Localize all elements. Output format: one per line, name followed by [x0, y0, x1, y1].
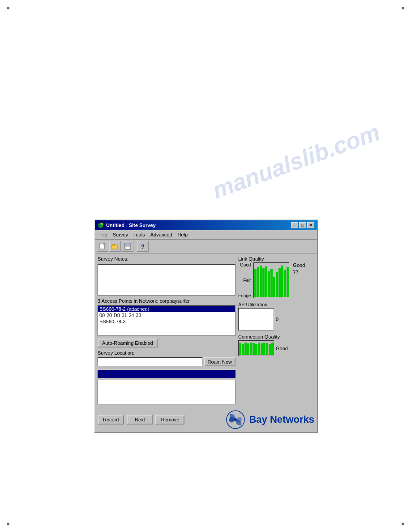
menu-survey[interactable]: Survey	[110, 231, 131, 238]
lq-good-label: Good	[238, 262, 251, 267]
lq-bar-segment	[278, 268, 281, 297]
menu-help[interactable]: Help	[175, 231, 191, 238]
cq-bar-segment	[263, 343, 265, 356]
cq-bar-segment	[261, 343, 263, 355]
lq-bar-segment	[273, 277, 275, 297]
lq-status: Good	[293, 262, 305, 268]
survey-location-input[interactable]	[98, 357, 202, 366]
bay-networks-icon	[226, 410, 245, 429]
title-controls: _ □ ✕	[291, 222, 314, 228]
cq-bar-segment	[239, 343, 241, 355]
next-button[interactable]: Next	[127, 415, 153, 425]
svg-point-3	[101, 223, 103, 225]
auto-roaming-button[interactable]: Auto-Roaming Enabled	[98, 339, 158, 348]
horizontal-rule-bottom	[18, 487, 393, 487]
ap-util-value: 0	[276, 317, 278, 322]
toolbar-separator	[134, 241, 136, 252]
help-button[interactable]: ?	[137, 241, 149, 252]
minimize-button[interactable]: _	[291, 222, 298, 228]
cq-bar-segment	[247, 343, 249, 355]
window-title: Untitled - Site Survey	[106, 223, 156, 228]
lq-bar-segment	[270, 269, 273, 297]
ap-list-item-2[interactable]: BS660-78-3	[98, 318, 235, 325]
lq-scale-labels: Good Fair Fringe	[238, 262, 252, 298]
ap-list-item-1[interactable]: 00-20-D8-01-24-33	[98, 312, 235, 318]
remove-button[interactable]: Remove	[155, 415, 184, 425]
access-points-label: 3 Access Points in Network: corpbaysurfe…	[98, 298, 235, 304]
lq-bar-segment	[268, 271, 270, 298]
cq-bar-segment	[250, 343, 252, 356]
corner-decoration-bl	[7, 523, 9, 525]
cq-bar-segment	[266, 343, 268, 355]
open-button[interactable]	[109, 241, 121, 252]
link-quality-section: Link Quality Good Fair Fringe Good 77	[238, 256, 314, 298]
corner-decoration-br	[402, 523, 404, 525]
menu-tools[interactable]: Tools	[131, 231, 148, 238]
svg-rect-10	[125, 247, 130, 249]
lq-bar-segment	[281, 266, 283, 297]
lq-bar-segment	[287, 267, 289, 298]
site-survey-window: Untitled - Site Survey _ □ ✕ File Survey…	[94, 219, 318, 433]
lq-bar-segment	[284, 270, 286, 298]
survey-notes-input[interactable]	[98, 264, 235, 296]
horizontal-rule-top	[18, 45, 393, 45]
cq-row: Good	[238, 340, 314, 356]
svg-rect-9	[125, 243, 129, 245]
menu-bar: File Survey Tools Advanced Help	[95, 230, 317, 240]
ap-util-chart	[238, 308, 274, 330]
cq-bar-segment	[255, 344, 257, 356]
cq-value: Good	[276, 346, 288, 351]
cq-bar-segment	[258, 343, 260, 355]
toolbar: ?	[95, 240, 317, 253]
svg-point-12	[234, 418, 237, 421]
corner-decoration-tl	[7, 7, 9, 9]
connection-quality-label: Connection Quality	[238, 334, 314, 339]
save-button[interactable]	[122, 241, 133, 252]
survey-location-label: Survey Location:	[98, 350, 235, 356]
ap-list-item-0[interactable]: BS660-78-2 (attached)	[98, 306, 235, 312]
lq-bar-segment	[276, 272, 278, 297]
link-quality-value: Good 77	[293, 262, 305, 275]
roam-now-button[interactable]: Roam Now	[204, 357, 235, 366]
lq-bar-segment	[265, 266, 267, 297]
close-button[interactable]: ✕	[307, 222, 314, 228]
lq-fair-label: Fair	[238, 278, 251, 283]
new-button[interactable]	[97, 241, 108, 252]
left-panel: Survey Notes: 3 Access Points in Network…	[98, 256, 235, 404]
link-quality-label: Link Quality	[238, 256, 314, 262]
corner-decoration-tr	[402, 7, 404, 9]
bottom-buttons: Record Next Remove	[98, 415, 184, 425]
lq-bar-segment	[257, 267, 259, 298]
cq-bar-segment	[269, 344, 271, 356]
maximize-button[interactable]: □	[299, 222, 306, 228]
lq-bar-segment	[262, 268, 265, 297]
cq-bar-segment	[271, 343, 274, 355]
log-area	[98, 380, 235, 404]
ap-list: BS660-78-2 (attached) 00-20-D8-01-24-33 …	[98, 305, 235, 336]
menu-advanced[interactable]: Advanced	[148, 231, 175, 238]
title-bar: Untitled - Site Survey _ □ ✕	[95, 220, 317, 230]
survey-notes-label: Survey Notes:	[98, 256, 235, 262]
svg-rect-7	[112, 245, 115, 246]
lq-bar-segment	[260, 266, 262, 297]
lq-bar-segment	[254, 269, 257, 297]
bottom-row: Record Next Remove Bay Ne	[95, 407, 317, 432]
link-quality-chart	[253, 262, 289, 298]
connection-quality-section: Connection Quality Good	[238, 334, 314, 356]
lq-fringe-label: Fringe	[238, 293, 251, 298]
link-quality-chart-row: Good Fair Fringe Good 77	[238, 262, 314, 298]
ap-utilization-section: AP Utilization 0	[238, 302, 314, 330]
cq-bar-segment	[242, 344, 244, 356]
right-panel: Link Quality Good Fair Fringe Good 77	[238, 256, 314, 404]
ap-utilization-label: AP Utilization	[238, 302, 314, 307]
cq-bar-segment	[253, 343, 255, 355]
cq-bar-segment	[244, 343, 247, 355]
lq-number: 77	[293, 270, 305, 275]
bay-networks-text: Bay Networks	[249, 414, 314, 425]
main-content: Survey Notes: 3 Access Points in Network…	[95, 253, 317, 407]
record-button[interactable]: Record	[98, 415, 124, 425]
window-icon	[98, 222, 104, 228]
menu-file[interactable]: File	[97, 231, 110, 238]
ap-util-row: 0	[238, 308, 314, 330]
title-bar-left: Untitled - Site Survey	[98, 222, 156, 228]
